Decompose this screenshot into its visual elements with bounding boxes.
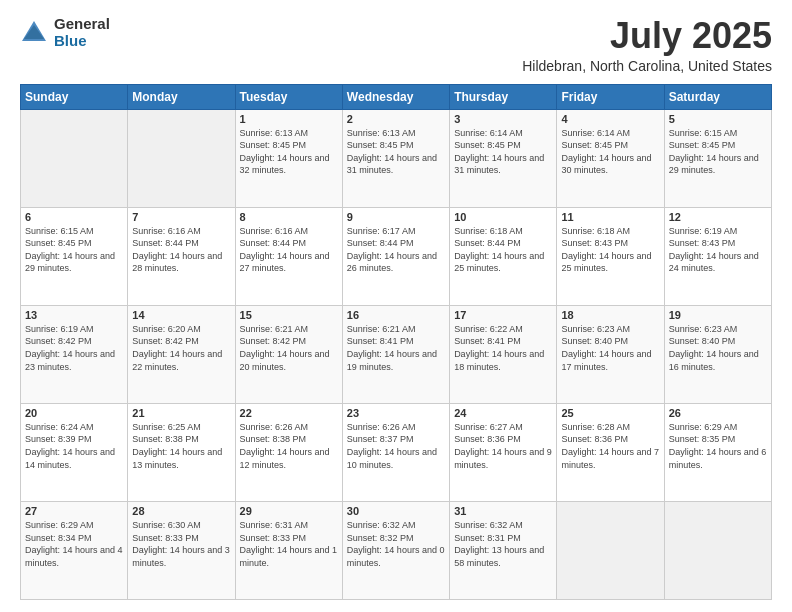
day-info: Sunrise: 6:18 AMSunset: 8:43 PMDaylight:…: [561, 226, 651, 274]
day-info: Sunrise: 6:19 AMSunset: 8:42 PMDaylight:…: [25, 324, 115, 372]
day-number: 20: [25, 407, 123, 419]
day-info: Sunrise: 6:14 AMSunset: 8:45 PMDaylight:…: [454, 128, 544, 176]
table-row: 25 Sunrise: 6:28 AMSunset: 8:36 PMDaylig…: [557, 403, 664, 501]
day-info: Sunrise: 6:20 AMSunset: 8:42 PMDaylight:…: [132, 324, 222, 372]
day-info: Sunrise: 6:18 AMSunset: 8:44 PMDaylight:…: [454, 226, 544, 274]
table-row: [21, 109, 128, 207]
day-number: 28: [132, 505, 230, 517]
day-info: Sunrise: 6:15 AMSunset: 8:45 PMDaylight:…: [669, 128, 759, 176]
header-monday: Monday: [128, 84, 235, 109]
day-info: Sunrise: 6:28 AMSunset: 8:36 PMDaylight:…: [561, 422, 659, 470]
day-number: 23: [347, 407, 445, 419]
header-friday: Friday: [557, 84, 664, 109]
table-row: [557, 501, 664, 599]
day-number: 27: [25, 505, 123, 517]
day-number: 21: [132, 407, 230, 419]
table-row: [128, 109, 235, 207]
day-info: Sunrise: 6:30 AMSunset: 8:33 PMDaylight:…: [132, 520, 230, 568]
header-saturday: Saturday: [664, 84, 771, 109]
table-row: 5 Sunrise: 6:15 AMSunset: 8:45 PMDayligh…: [664, 109, 771, 207]
title-block: July 2025 Hildebran, North Carolina, Uni…: [522, 16, 772, 74]
day-number: 4: [561, 113, 659, 125]
day-number: 8: [240, 211, 338, 223]
table-row: 7 Sunrise: 6:16 AMSunset: 8:44 PMDayligh…: [128, 207, 235, 305]
table-row: 18 Sunrise: 6:23 AMSunset: 8:40 PMDaylig…: [557, 305, 664, 403]
day-number: 24: [454, 407, 552, 419]
day-info: Sunrise: 6:17 AMSunset: 8:44 PMDaylight:…: [347, 226, 437, 274]
table-row: 31 Sunrise: 6:32 AMSunset: 8:31 PMDaylig…: [450, 501, 557, 599]
table-row: 13 Sunrise: 6:19 AMSunset: 8:42 PMDaylig…: [21, 305, 128, 403]
calendar-week-row: 1 Sunrise: 6:13 AMSunset: 8:45 PMDayligh…: [21, 109, 772, 207]
day-number: 16: [347, 309, 445, 321]
table-row: 10 Sunrise: 6:18 AMSunset: 8:44 PMDaylig…: [450, 207, 557, 305]
day-info: Sunrise: 6:32 AMSunset: 8:31 PMDaylight:…: [454, 520, 544, 568]
day-info: Sunrise: 6:13 AMSunset: 8:45 PMDaylight:…: [240, 128, 330, 176]
table-row: 17 Sunrise: 6:22 AMSunset: 8:41 PMDaylig…: [450, 305, 557, 403]
day-info: Sunrise: 6:19 AMSunset: 8:43 PMDaylight:…: [669, 226, 759, 274]
day-number: 29: [240, 505, 338, 517]
table-row: 21 Sunrise: 6:25 AMSunset: 8:38 PMDaylig…: [128, 403, 235, 501]
table-row: 11 Sunrise: 6:18 AMSunset: 8:43 PMDaylig…: [557, 207, 664, 305]
svg-marker-1: [24, 25, 44, 39]
table-row: 24 Sunrise: 6:27 AMSunset: 8:36 PMDaylig…: [450, 403, 557, 501]
table-row: 27 Sunrise: 6:29 AMSunset: 8:34 PMDaylig…: [21, 501, 128, 599]
header-tuesday: Tuesday: [235, 84, 342, 109]
day-info: Sunrise: 6:21 AMSunset: 8:42 PMDaylight:…: [240, 324, 330, 372]
table-row: 23 Sunrise: 6:26 AMSunset: 8:37 PMDaylig…: [342, 403, 449, 501]
day-number: 3: [454, 113, 552, 125]
header-wednesday: Wednesday: [342, 84, 449, 109]
table-row: 8 Sunrise: 6:16 AMSunset: 8:44 PMDayligh…: [235, 207, 342, 305]
logo-blue-text: Blue: [54, 33, 110, 50]
day-info: Sunrise: 6:24 AMSunset: 8:39 PMDaylight:…: [25, 422, 115, 470]
table-row: 26 Sunrise: 6:29 AMSunset: 8:35 PMDaylig…: [664, 403, 771, 501]
calendar-week-row: 6 Sunrise: 6:15 AMSunset: 8:45 PMDayligh…: [21, 207, 772, 305]
page: General Blue July 2025 Hildebran, North …: [0, 0, 792, 612]
table-row: 16 Sunrise: 6:21 AMSunset: 8:41 PMDaylig…: [342, 305, 449, 403]
day-number: 2: [347, 113, 445, 125]
logo-text: General Blue: [54, 16, 110, 49]
day-info: Sunrise: 6:25 AMSunset: 8:38 PMDaylight:…: [132, 422, 222, 470]
calendar-header-row: Sunday Monday Tuesday Wednesday Thursday…: [21, 84, 772, 109]
header-sunday: Sunday: [21, 84, 128, 109]
day-info: Sunrise: 6:23 AMSunset: 8:40 PMDaylight:…: [561, 324, 651, 372]
logo-general-text: General: [54, 16, 110, 33]
table-row: 14 Sunrise: 6:20 AMSunset: 8:42 PMDaylig…: [128, 305, 235, 403]
day-info: Sunrise: 6:14 AMSunset: 8:45 PMDaylight:…: [561, 128, 651, 176]
day-number: 14: [132, 309, 230, 321]
calendar-table: Sunday Monday Tuesday Wednesday Thursday…: [20, 84, 772, 600]
day-info: Sunrise: 6:29 AMSunset: 8:35 PMDaylight:…: [669, 422, 767, 470]
day-info: Sunrise: 6:16 AMSunset: 8:44 PMDaylight:…: [240, 226, 330, 274]
header-thursday: Thursday: [450, 84, 557, 109]
day-number: 7: [132, 211, 230, 223]
table-row: [664, 501, 771, 599]
day-info: Sunrise: 6:31 AMSunset: 8:33 PMDaylight:…: [240, 520, 338, 568]
day-number: 6: [25, 211, 123, 223]
location-title: Hildebran, North Carolina, United States: [522, 58, 772, 74]
table-row: 30 Sunrise: 6:32 AMSunset: 8:32 PMDaylig…: [342, 501, 449, 599]
day-info: Sunrise: 6:29 AMSunset: 8:34 PMDaylight:…: [25, 520, 123, 568]
day-info: Sunrise: 6:32 AMSunset: 8:32 PMDaylight:…: [347, 520, 445, 568]
day-info: Sunrise: 6:26 AMSunset: 8:38 PMDaylight:…: [240, 422, 330, 470]
day-info: Sunrise: 6:27 AMSunset: 8:36 PMDaylight:…: [454, 422, 552, 470]
day-info: Sunrise: 6:21 AMSunset: 8:41 PMDaylight:…: [347, 324, 437, 372]
calendar-week-row: 20 Sunrise: 6:24 AMSunset: 8:39 PMDaylig…: [21, 403, 772, 501]
day-number: 13: [25, 309, 123, 321]
day-number: 10: [454, 211, 552, 223]
day-number: 1: [240, 113, 338, 125]
table-row: 15 Sunrise: 6:21 AMSunset: 8:42 PMDaylig…: [235, 305, 342, 403]
day-info: Sunrise: 6:13 AMSunset: 8:45 PMDaylight:…: [347, 128, 437, 176]
day-number: 15: [240, 309, 338, 321]
day-number: 26: [669, 407, 767, 419]
table-row: 4 Sunrise: 6:14 AMSunset: 8:45 PMDayligh…: [557, 109, 664, 207]
day-number: 12: [669, 211, 767, 223]
logo-icon: [20, 19, 48, 47]
table-row: 22 Sunrise: 6:26 AMSunset: 8:38 PMDaylig…: [235, 403, 342, 501]
day-info: Sunrise: 6:26 AMSunset: 8:37 PMDaylight:…: [347, 422, 437, 470]
day-number: 9: [347, 211, 445, 223]
table-row: 20 Sunrise: 6:24 AMSunset: 8:39 PMDaylig…: [21, 403, 128, 501]
day-info: Sunrise: 6:16 AMSunset: 8:44 PMDaylight:…: [132, 226, 222, 274]
day-number: 19: [669, 309, 767, 321]
table-row: 3 Sunrise: 6:14 AMSunset: 8:45 PMDayligh…: [450, 109, 557, 207]
table-row: 9 Sunrise: 6:17 AMSunset: 8:44 PMDayligh…: [342, 207, 449, 305]
day-info: Sunrise: 6:22 AMSunset: 8:41 PMDaylight:…: [454, 324, 544, 372]
